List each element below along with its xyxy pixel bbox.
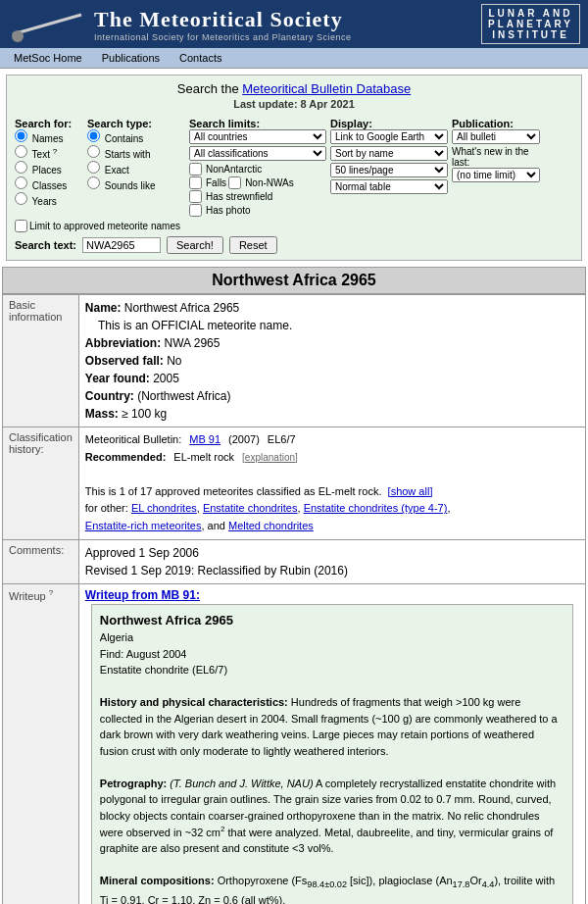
opt-sounds[interactable]: Sounds like	[87, 176, 185, 191]
strewnfield-check[interactable]	[189, 190, 202, 203]
radio-places[interactable]	[15, 161, 27, 174]
lpi-logo: LUNAR AND PLANETARY INSTITUTE	[481, 4, 580, 44]
meteor-logo-icon	[8, 5, 86, 44]
class-type: EL6/7	[268, 431, 296, 449]
svg-point-1	[12, 30, 24, 42]
writeup-petro: Petrography: (T. Bunch and J. Wittke, NA…	[100, 778, 556, 855]
writeup-content-cell: Writeup from MB 91: Northwest Africa 296…	[78, 583, 585, 904]
nav-metsoc-home[interactable]: MetSoc Home	[4, 50, 92, 66]
site-subtitle: International Society for Meteoritics an…	[94, 32, 352, 42]
pub-options: All bulleti What's new in the last: (no …	[452, 129, 540, 184]
svg-line-0	[13, 15, 81, 34]
classification-row: Classification history: Meteoritical Bul…	[3, 427, 586, 540]
opt-years[interactable]: Years	[15, 192, 83, 207]
lines-select[interactable]: 50 lines/page	[330, 163, 448, 177]
melted-chondrites-link[interactable]: Melted chondrites	[228, 520, 314, 531]
search-title: Search the Meteoritical Bulletin Databas…	[15, 81, 573, 96]
google-earth-select[interactable]: Link to Google Earth	[330, 129, 448, 144]
mineral-sub1: 98.4±0.02	[307, 879, 347, 889]
enstatite-rich-link[interactable]: Enstatite-rich meteorites	[85, 520, 202, 531]
lpi-line3: INSTITUTE	[488, 29, 573, 40]
navbar: MetSoc Home Publications Contacts	[0, 48, 588, 69]
photo-row: Has photo	[189, 204, 326, 217]
nav-contacts[interactable]: Contacts	[170, 50, 231, 66]
sort-select[interactable]: Sort by name	[330, 146, 448, 161]
limit-approved-row: Limit to approved meteorite names	[15, 220, 573, 232]
class-others-label: for other:	[85, 502, 131, 514]
search-for-options: Names Text ? Places Classes Years	[15, 129, 83, 207]
opt-classes[interactable]: Classes	[15, 176, 83, 191]
radio-sounds[interactable]	[87, 176, 100, 189]
search-button[interactable]: Search!	[167, 236, 223, 254]
display-col: Display: Link to Google Earth Sort by na…	[330, 116, 448, 196]
opt-places[interactable]: Places	[15, 161, 83, 176]
pub-col: Publication: All bulleti What's new in t…	[452, 116, 540, 184]
mineral-sub2: 17.8	[453, 879, 470, 889]
enstatite-link[interactable]: Enstatite chondrites	[203, 502, 298, 514]
photo-check[interactable]	[189, 204, 202, 217]
strewnfield-row: Has strewnfield	[189, 190, 326, 203]
country-label: Country:	[85, 389, 134, 403]
radio-contains[interactable]	[87, 129, 100, 142]
reset-button[interactable]: Reset	[229, 236, 277, 254]
display-options: Link to Google Earth Sort by name 50 lin…	[330, 129, 448, 196]
comment2: Revised 1 Sep 2019: Reclassified by Rubi…	[85, 564, 348, 578]
country-value: (Northwest Africa)	[137, 389, 230, 403]
mineral-label: Mineral compositions:	[100, 875, 215, 886]
opt-starts[interactable]: Starts with	[87, 145, 185, 160]
writeup-link[interactable]: Writeup from MB 91:	[85, 588, 200, 602]
radio-years[interactable]	[15, 192, 27, 205]
meteor-name-value: Northwest Africa 2965	[124, 301, 239, 315]
site-title-block: The Meteoritical Society International S…	[94, 7, 352, 42]
non-nwas-check[interactable]	[228, 176, 241, 189]
search-for-col: Search for: Names Text ? Places Classes …	[15, 116, 83, 208]
radio-names[interactable]	[15, 129, 27, 142]
search-db-link[interactable]: Meteoritical Bulletin Database	[242, 81, 411, 96]
radio-starts[interactable]	[87, 145, 100, 158]
lpi-line2: PLANETARY	[488, 19, 573, 29]
explanation-link[interactable]: [explanation]	[242, 450, 298, 466]
search-text-label: Search text:	[15, 239, 76, 251]
search-type-options: Contains Starts with Exact Sounds like	[87, 129, 185, 191]
format-select[interactable]: Normal table	[330, 179, 448, 194]
enstatite-type-link[interactable]: Enstatite chondrites (type 4-7)	[304, 502, 448, 514]
search-limits-options: All countries All classifications NonAnt…	[189, 129, 326, 217]
class-mb-link[interactable]: MB 91	[189, 431, 220, 449]
nonan-check[interactable]	[189, 163, 202, 176]
limit-approved-check[interactable]	[15, 220, 27, 232]
abbrev-value: NWA 2965	[165, 336, 220, 350]
radio-text[interactable]	[15, 145, 27, 158]
history-label: History and physical characteristics:	[100, 696, 288, 708]
search-type-label: Search type:	[87, 116, 185, 129]
nav-publications[interactable]: Publications	[92, 50, 170, 66]
info-table: Basic information Name: Northwest Africa…	[2, 294, 586, 904]
basic-info-label: Basic information	[3, 295, 79, 427]
opt-text[interactable]: Text ?	[15, 145, 83, 160]
display-label: Display:	[330, 116, 448, 129]
recommended-label: Recommended:	[85, 449, 167, 467]
falls-check[interactable]	[189, 176, 202, 189]
country-select[interactable]: All countries	[189, 129, 326, 144]
opt-exact[interactable]: Exact	[87, 161, 185, 176]
writeup-name: Northwest Africa 2965	[100, 611, 564, 630]
meteor-title: Northwest Africa 2965	[2, 267, 586, 294]
writeup-find: Find: August 2004	[100, 646, 564, 663]
class-and: and	[208, 520, 225, 531]
show-all-link[interactable]: [show all]	[388, 485, 433, 497]
writeup-type: Enstatite chondrite (EL6/7)	[100, 662, 564, 678]
falls-label: Falls	[206, 177, 226, 188]
opt-names[interactable]: Names	[15, 129, 83, 144]
comment1: Approved 1 Sep 2006	[85, 546, 199, 560]
whats-new-select[interactable]: (no time limit)	[452, 168, 540, 182]
search-bottom-row: Search text: Search! Reset	[15, 236, 573, 254]
class-select[interactable]: All classifications	[189, 146, 326, 161]
search-input[interactable]	[82, 237, 161, 253]
writeup-history: History and physical characteristics: Hu…	[100, 696, 558, 757]
search-limits-col: Search limits: All countries All classif…	[189, 116, 326, 218]
limit-approved-label: Limit to approved meteorite names	[29, 221, 180, 231]
opt-contains[interactable]: Contains	[87, 129, 185, 144]
pub-select[interactable]: All bulleti	[452, 129, 540, 144]
el-chondrites-link[interactable]: EL chondrites	[131, 502, 197, 514]
radio-classes[interactable]	[15, 176, 27, 189]
radio-exact[interactable]	[87, 161, 100, 174]
